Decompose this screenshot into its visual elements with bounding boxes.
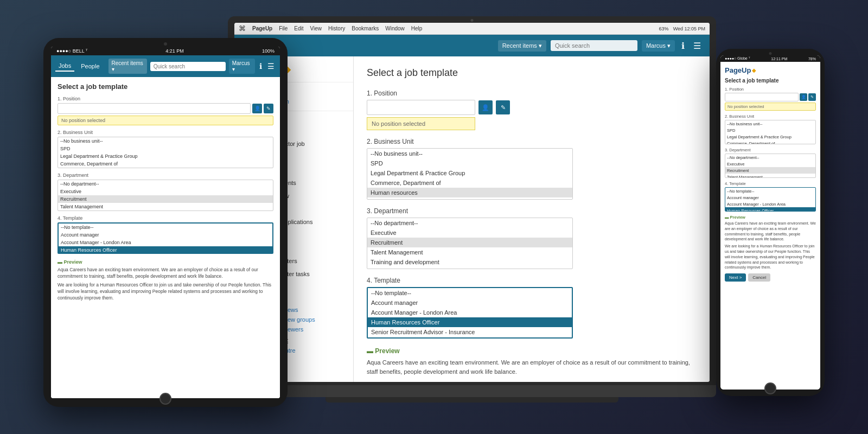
tab-jobs[interactable]: Jobs: [55, 61, 74, 72]
phone-dept-opt-0[interactable]: --No department--: [725, 154, 815, 161]
tablet-recent-items[interactable]: Recent items ▾: [108, 59, 147, 74]
tablet-bu-opt-1[interactable]: SPD: [58, 145, 273, 152]
mac-appname[interactable]: PageUp: [252, 25, 272, 31]
mac-window[interactable]: Window: [385, 25, 405, 31]
mac-apple-icon[interactable]: ⌘: [239, 24, 246, 33]
phone-tmpl-opt-0[interactable]: --No template--: [725, 188, 815, 194]
main-dept-opt-4[interactable]: Training and development: [367, 257, 572, 267]
tablet-bu-opt-4[interactable]: Human resources: [58, 168, 273, 168]
mac-help[interactable]: Help: [411, 25, 423, 31]
tablet-tmpl-opt-2[interactable]: Account Manager - London Area: [59, 239, 272, 246]
phone-tmpl-opt-3[interactable]: Human Resources Officer: [725, 207, 815, 212]
tablet-position-input[interactable]: [58, 103, 251, 114]
main-bu-label: 2. Business Unit: [367, 138, 697, 145]
main-dept-opt-1[interactable]: Executive: [367, 228, 572, 238]
main-dept-list[interactable]: --No department-- Executive Recruitment …: [367, 218, 573, 269]
tablet-position-search-btn[interactable]: 👤: [252, 104, 262, 113]
tab-people[interactable]: People: [78, 61, 103, 71]
main-bu-opt-4[interactable]: Human resources: [367, 188, 572, 197]
tablet-battery: 100%: [262, 48, 275, 54]
phone-template-list[interactable]: --No template-- Account manager Account …: [725, 187, 816, 212]
main-dept-opt-3[interactable]: Talent Management: [367, 247, 572, 257]
phone-status-bar: ●●●●○ Globe ᵀ 12:11 PM 78%: [720, 55, 820, 62]
tablet-position-add-btn[interactable]: ✎: [264, 104, 273, 113]
mac-view[interactable]: View: [310, 25, 322, 31]
main-tmpl-opt-1[interactable]: Account manager: [368, 298, 572, 308]
tablet-user-btn[interactable]: Marcus ▾: [229, 59, 255, 74]
main-bu-opt-0[interactable]: --No business unit--: [367, 149, 572, 158]
main-dept-opt-2[interactable]: Recruitment: [367, 238, 572, 247]
phone-dept-opt-1[interactable]: Executive: [725, 161, 815, 167]
tablet-tmpl-opt-0[interactable]: --No template--: [59, 224, 272, 231]
tablet-bu-list[interactable]: --No business unit-- SPD Legal Departmen…: [58, 137, 273, 168]
main-tmpl-opt-3[interactable]: Human Resources Officer: [368, 317, 572, 327]
tablet-dept-list[interactable]: --No department-- Executive Recruitment …: [58, 180, 273, 211]
phone-next-btn[interactable]: Next >: [725, 273, 746, 282]
mac-edit[interactable]: Edit: [294, 25, 303, 31]
mac-history[interactable]: History: [328, 25, 345, 31]
phone-cancel-btn[interactable]: Cancel: [748, 273, 770, 282]
main-preview-section: ▬ Preview Aqua Careers have an exciting …: [367, 347, 697, 382]
main-tmpl-opt-2[interactable]: Account Manager - London Area: [368, 308, 572, 317]
phone-dept-opt-3[interactable]: Talent Management: [725, 174, 815, 178]
phone-position-search-btn[interactable]: 👤: [800, 93, 807, 101]
phone-home-button[interactable]: [764, 382, 776, 394]
phone-bu-opt-2[interactable]: Legal Department & Practice Group: [725, 133, 815, 140]
tablet-bu-opt-3[interactable]: Commerce, Department of: [58, 160, 273, 168]
app-recent-btn[interactable]: Recent items ▾: [498, 40, 546, 52]
main-position-input[interactable]: [367, 100, 475, 115]
main-position-search-btn[interactable]: 👤: [478, 100, 493, 114]
main-preview-label: ▬ Preview: [367, 347, 697, 355]
phone-bu-opt-3[interactable]: Commerce, Department of: [725, 140, 815, 144]
tablet-dept-opt-3[interactable]: Talent Management: [58, 203, 273, 210]
main-template-list[interactable]: --No template-- Account manager Account …: [367, 287, 573, 339]
main-position-edit-btn[interactable]: ✎: [496, 100, 510, 114]
tablet-time: 4:21 PM: [165, 48, 184, 54]
tablet-bu-opt-2[interactable]: Legal Department & Practice Group: [58, 152, 273, 160]
app-user-btn[interactable]: Marcus ▾: [642, 40, 675, 52]
main-bu-opt-3[interactable]: Commerce, Department of: [367, 178, 572, 188]
main-position-label: 1. Position: [367, 90, 697, 97]
laptop-foot: [326, 397, 618, 403]
tablet-content: Select a job template 1. Position 👤 ✎ No…: [51, 77, 280, 398]
tablet-menu-icon[interactable]: ☰: [266, 61, 276, 72]
tablet-dept-opt-2[interactable]: Recruitment: [58, 195, 273, 203]
phone-tmpl-opt-1[interactable]: Account manager: [725, 194, 815, 201]
main-bu-opt-1[interactable]: SPD: [367, 158, 572, 168]
tablet-info-icon[interactable]: ℹ: [258, 61, 263, 72]
tablet-dept-opt-4[interactable]: Training and development: [58, 210, 273, 211]
main-tmpl-opt-0[interactable]: --No template--: [368, 288, 572, 298]
app-menu-icon[interactable]: ☰: [691, 40, 703, 52]
phone-bu-list[interactable]: --No business unit-- SPD Legal Departmen…: [725, 120, 816, 144]
phone-tmpl-opt-2[interactable]: Account Manager - London Area: [725, 201, 815, 207]
tablet-template-list[interactable]: --No template-- Account manager Account …: [58, 222, 273, 254]
main-tmpl-opt-4[interactable]: Senior Recruitment Advisor - Insurance: [368, 327, 572, 337]
main-dept-opt-0[interactable]: --No department--: [367, 218, 572, 228]
tablet-preview-label: ▬ Preview: [58, 259, 273, 265]
phone-dept-opt-2[interactable]: Recruitment: [725, 167, 815, 174]
tablet-status-bar: ●●●●○ BELL ᵀ 4:21 PM 100%: [51, 47, 280, 55]
phone-position-input[interactable]: [725, 93, 799, 101]
phone-bu-opt-0[interactable]: --No business unit--: [725, 120, 815, 127]
phone-battery: 78%: [808, 57, 816, 61]
phone-bu-opt-1[interactable]: SPD: [725, 127, 815, 133]
tablet-home-button[interactable]: [159, 393, 171, 405]
tablet-dept-opt-0[interactable]: --No department--: [58, 180, 273, 188]
main-bu-list[interactable]: --No business unit-- SPD Legal Departmen…: [367, 148, 573, 200]
tablet-search-input[interactable]: [150, 62, 226, 71]
mac-file[interactable]: File: [279, 25, 288, 31]
phone-preview-text-1: Aqua Careers have an exciting team envir…: [725, 221, 816, 242]
phone-template-label: 4. Template: [725, 181, 816, 186]
mac-bookmarks[interactable]: Bookmarks: [352, 25, 379, 31]
tablet-bu-opt-0[interactable]: --No business unit--: [58, 137, 273, 145]
main-bu-opt-2[interactable]: Legal Department & Practice Group: [367, 168, 572, 178]
tablet-tmpl-opt-1[interactable]: Account manager: [59, 231, 272, 239]
tablet-dept-opt-1[interactable]: Executive: [58, 188, 273, 195]
tablet-position-label: 1. Position: [58, 96, 273, 101]
phone-position-edit-btn[interactable]: ✎: [808, 93, 816, 101]
app-search-input[interactable]: [551, 40, 637, 51]
devices-scene: ●●●●○ BELL ᵀ 4:21 PM 100% Jobs People Re…: [27, 11, 841, 423]
phone-dept-list[interactable]: --No department-- Executive Recruitment …: [725, 154, 816, 178]
app-info-icon[interactable]: ℹ: [679, 40, 687, 52]
tablet-tmpl-opt-3[interactable]: Human Resources Officer: [59, 246, 272, 254]
